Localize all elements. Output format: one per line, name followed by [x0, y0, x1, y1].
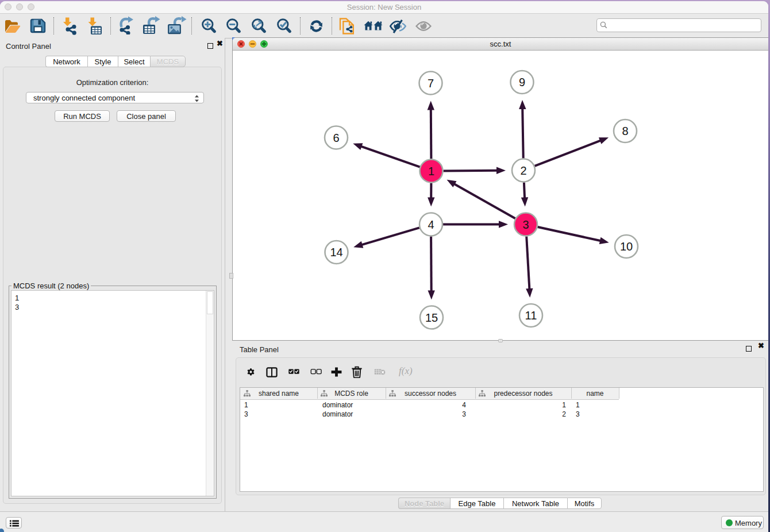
svg-text:1: 1	[428, 165, 434, 178]
svg-text:10: 10	[620, 240, 633, 253]
svg-text:9: 9	[519, 76, 525, 88]
svg-text:2: 2	[520, 164, 526, 177]
svg-text:11: 11	[525, 309, 537, 322]
svg-text:6: 6	[333, 132, 339, 144]
svg-text:14: 14	[330, 246, 342, 259]
svg-text:15: 15	[425, 311, 438, 324]
svg-text:3: 3	[522, 218, 529, 231]
svg-text:7: 7	[428, 77, 434, 90]
svg-text:8: 8	[622, 125, 628, 137]
svg-text:4: 4	[428, 218, 434, 231]
